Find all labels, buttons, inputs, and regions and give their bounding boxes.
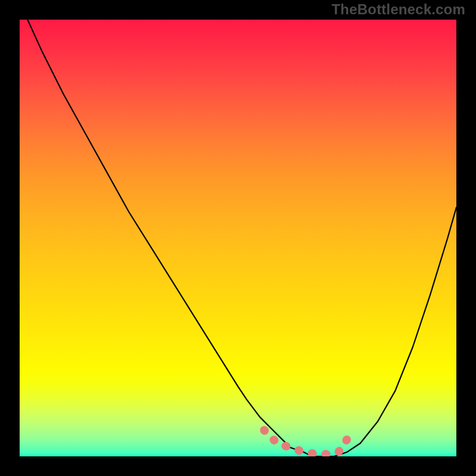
watermark-label: TheBottleneck.com xyxy=(331,1,465,18)
plot-area xyxy=(20,20,456,456)
gradient-background xyxy=(20,20,456,456)
chart-container: TheBottleneck.com xyxy=(0,0,476,476)
